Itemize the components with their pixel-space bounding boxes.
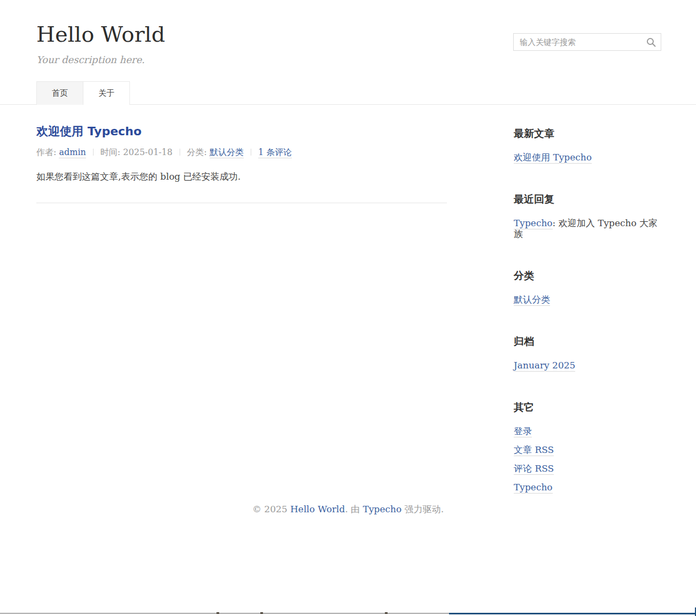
- post-list: 欢迎使用 Typecho 作者: admin时间: 2025-01-18分类: …: [36, 105, 447, 203]
- widget-title: 最近回复: [514, 193, 661, 205]
- list-item: Typecho: [514, 482, 661, 492]
- search-box: [513, 33, 661, 51]
- copyright-text: © 2025: [252, 504, 288, 514]
- category-link[interactable]: 默认分类: [514, 294, 550, 306]
- main-nav: 首页 关于: [0, 81, 696, 105]
- list-item: January 2025: [514, 360, 661, 371]
- widget-misc: 其它 登录 文章 RSS 评论 RSS Typecho: [514, 379, 661, 492]
- time-label: 时间:: [100, 147, 120, 157]
- list-item: 默认分类: [514, 294, 661, 305]
- category-label: 分类:: [187, 147, 207, 157]
- footer-typecho-link[interactable]: Typecho: [363, 504, 402, 514]
- author-label: 作者:: [36, 147, 56, 157]
- window-edge-gray: [0, 613, 449, 614]
- list-item: 登录: [514, 426, 661, 436]
- author-link[interactable]: admin: [59, 147, 86, 158]
- meta-separator: [251, 149, 251, 156]
- list-item: 文章 RSS: [514, 444, 661, 455]
- post-title-link[interactable]: 欢迎使用 Typecho: [36, 125, 447, 138]
- site-title-link[interactable]: Hello World: [36, 22, 165, 46]
- comment-author-link[interactable]: Typecho: [514, 218, 553, 229]
- search-input[interactable]: [514, 34, 661, 50]
- window-edge-dot: [260, 612, 263, 614]
- meta-separator: [93, 149, 94, 156]
- comments-link[interactable]: 1 条评论: [258, 147, 292, 158]
- footer-suffix-text: 强力驱动.: [405, 504, 444, 514]
- sidebar: 最新文章 欢迎使用 Typecho 最近回复 Typecho: 欢迎加入 Typ…: [514, 105, 661, 500]
- widget-title: 归档: [514, 335, 661, 347]
- nav-tab-home[interactable]: 首页: [36, 81, 83, 105]
- widget-recent-comments: 最近回复 Typecho: 欢迎加入 Typecho 大家族: [514, 171, 661, 239]
- search-icon[interactable]: [646, 37, 656, 48]
- footer: © 2025 Hello World. 由 Typecho 强力驱动.: [0, 503, 696, 515]
- post-rss-link[interactable]: 文章 RSS: [514, 444, 554, 456]
- widget-title: 分类: [514, 270, 661, 281]
- login-link[interactable]: 登录: [514, 426, 532, 437]
- post-date: 2025-01-18: [123, 147, 172, 157]
- widget-categories: 分类 默认分类: [514, 247, 661, 305]
- archive-link[interactable]: January 2025: [514, 360, 575, 372]
- nav-tab-about[interactable]: 关于: [83, 81, 130, 105]
- window-edge-blue: [449, 613, 696, 614]
- recent-post-link[interactable]: 欢迎使用 Typecho: [514, 152, 592, 164]
- comment-rss-link[interactable]: 评论 RSS: [514, 463, 554, 475]
- post-meta: 作者: admin时间: 2025-01-18分类: 默认分类1 条评论: [36, 147, 447, 158]
- meta-separator: [180, 149, 180, 156]
- site-description: Your description here.: [36, 54, 145, 65]
- window-edge-dot: [385, 612, 388, 614]
- list-item: Typecho: 欢迎加入 Typecho 大家族: [514, 218, 661, 239]
- footer-site-link[interactable]: Hello World: [290, 504, 345, 514]
- list-item: 欢迎使用 Typecho: [514, 152, 661, 163]
- window-edge-dot: [216, 612, 219, 614]
- widget-recent-posts: 最新文章 欢迎使用 Typecho: [514, 105, 661, 163]
- footer-mid-text: . 由: [345, 504, 360, 514]
- post-body: 如果您看到这篇文章,表示您的 blog 已经安装成功.: [36, 171, 447, 182]
- widget-archives: 归档 January 2025: [514, 313, 661, 371]
- post-divider: [36, 203, 447, 203]
- list-item: 评论 RSS: [514, 463, 661, 474]
- typecho-link[interactable]: Typecho: [514, 482, 553, 494]
- category-link[interactable]: 默认分类: [210, 147, 244, 158]
- post: 欢迎使用 Typecho 作者: admin时间: 2025-01-18分类: …: [36, 125, 447, 203]
- widget-title: 最新文章: [514, 127, 661, 139]
- widget-title: 其它: [514, 401, 661, 413]
